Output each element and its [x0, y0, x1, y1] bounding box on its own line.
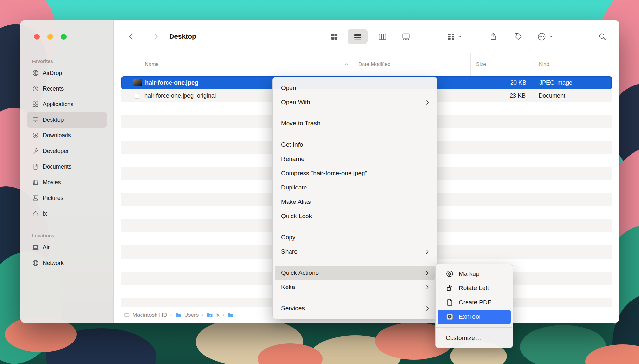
- menu-item-open[interactable]: Open: [275, 81, 435, 95]
- menu-item-duplicate[interactable]: Duplicate: [275, 180, 435, 195]
- menu-separator: [273, 298, 437, 298]
- zoom-button[interactable]: [61, 34, 67, 40]
- menu-item-label: Open: [281, 84, 296, 91]
- submenu-item-label: Create PDF: [459, 299, 491, 306]
- file-kind: JPEG image: [535, 79, 611, 86]
- group-button[interactable]: [443, 29, 466, 44]
- menu-item-quick-look[interactable]: Quick Look: [275, 209, 435, 223]
- sidebar-item-developer[interactable]: Developer: [27, 143, 107, 159]
- sidebar-item-lx[interactable]: lx: [27, 206, 107, 221]
- recents-icon: [32, 85, 39, 92]
- column-header-kind[interactable]: Kind: [534, 53, 619, 76]
- sidebar-item-network[interactable]: Network: [27, 255, 107, 271]
- menu-item-quick-actions[interactable]: Quick Actions: [275, 266, 435, 280]
- sidebar-sections: FavoritesAirDropRecentsApplicationsDeskt…: [20, 54, 113, 271]
- menu-item-label: Share: [281, 248, 298, 255]
- view-grid-button[interactable]: [325, 29, 344, 44]
- chevron-down-icon: [457, 34, 462, 39]
- sidebar-item-label: lx: [43, 210, 47, 217]
- sidebar-item-downloads[interactable]: Downloads: [27, 128, 107, 143]
- sidebar-section-header: Favorites: [32, 59, 113, 64]
- minimize-button[interactable]: [47, 34, 53, 40]
- menu-item-label: Compress “hair-force-one.jpeg”: [281, 170, 367, 177]
- column-header-label: Size: [476, 62, 486, 67]
- breadcrumb-item-macintosh-hd[interactable]: Macintosh HD: [123, 312, 167, 318]
- menu-item-get-info[interactable]: Get Info: [275, 137, 435, 152]
- home-icon: [32, 210, 39, 217]
- more-actions-button[interactable]: [533, 29, 557, 44]
- sort-ascending-icon: [344, 62, 349, 67]
- sidebar-item-air[interactable]: Air: [27, 240, 107, 255]
- submenu-item-customize[interactable]: Customize…: [438, 331, 511, 345]
- sidebar-item-movies[interactable]: Movies: [27, 175, 107, 190]
- breadcrumb-label: lx: [215, 312, 219, 318]
- menu-item-open-with[interactable]: Open With: [275, 95, 435, 109]
- menu-item-label: Get Info: [281, 141, 303, 148]
- sidebar-item-recents[interactable]: Recents: [27, 81, 107, 96]
- menu-item-rename[interactable]: Rename: [275, 152, 435, 166]
- jpeg-thumbnail-icon: [133, 79, 142, 87]
- file-name: hair-force-one.jpeg: [145, 79, 198, 86]
- exiftool-icon: [446, 313, 453, 321]
- submenu-item-rotate-left[interactable]: Rotate Left: [438, 281, 511, 295]
- menu-item-label: Open With: [281, 99, 310, 106]
- sidebar-item-airdrop[interactable]: AirDrop: [27, 65, 107, 81]
- applications-icon: [32, 101, 39, 108]
- submenu-item-markup[interactable]: Markup: [438, 267, 511, 281]
- desktop-icon: [32, 116, 39, 123]
- group-icon: [447, 32, 455, 41]
- sidebar-item-applications[interactable]: Applications: [27, 96, 107, 112]
- column-headers: Name Date Modified Size Kind: [114, 53, 619, 76]
- close-button[interactable]: [34, 34, 40, 40]
- toolbar: Desktop: [114, 20, 619, 53]
- markup-icon: [446, 270, 453, 278]
- view-list-button[interactable]: [348, 29, 368, 44]
- submenu-arrow-icon: [425, 285, 430, 290]
- submenu-item-create-pdf[interactable]: Create PDF: [438, 295, 511, 310]
- search-button[interactable]: [595, 29, 609, 44]
- menu-item-label: Copy: [281, 234, 295, 241]
- column-header-date-modified[interactable]: Date Modified: [354, 53, 470, 76]
- view-columns-button[interactable]: [373, 29, 392, 44]
- menu-separator: [273, 227, 437, 227]
- breadcrumb-item-users[interactable]: Users: [175, 312, 199, 318]
- forward-button[interactable]: [149, 29, 162, 44]
- sidebar-item-label: Applications: [43, 101, 73, 108]
- column-header-label: Date Modified: [358, 62, 391, 67]
- menu-item-services[interactable]: Services: [275, 301, 435, 315]
- sidebar-item-pictures[interactable]: Pictures: [27, 190, 107, 206]
- column-header-name[interactable]: Name: [114, 53, 354, 76]
- menu-item-keka[interactable]: Keka: [275, 280, 435, 294]
- menu-item-compress-hair-force-one-jpeg[interactable]: Compress “hair-force-one.jpeg”: [275, 166, 435, 180]
- menu-item-move-to-trash[interactable]: Move to Trash: [275, 116, 435, 131]
- back-button[interactable]: [125, 29, 138, 44]
- submenu-item-label: Markup: [459, 270, 479, 277]
- breadcrumb-separator-icon: ›: [222, 312, 224, 318]
- menu-item-share[interactable]: Share: [275, 245, 435, 259]
- airdrop-icon: [32, 69, 39, 77]
- breadcrumb-item-item[interactable]: [227, 312, 234, 318]
- laptop-icon: [32, 244, 39, 251]
- menu-item-copy[interactable]: Copy: [275, 230, 435, 245]
- sidebar-section-header: Locations: [32, 233, 113, 238]
- submenu-item-exiftool[interactable]: ExifTool: [438, 310, 511, 324]
- file-size: 23 KB: [470, 92, 534, 99]
- pictures-icon: [32, 194, 39, 202]
- sidebar-item-label: Movies: [43, 179, 61, 186]
- developer-icon: [32, 147, 39, 155]
- file-size: 20 KB: [471, 79, 535, 86]
- share-button[interactable]: [486, 29, 499, 44]
- menu-item-make-alias[interactable]: Make Alias: [275, 195, 435, 209]
- column-header-size[interactable]: Size: [470, 53, 534, 76]
- tags-button[interactable]: [512, 29, 525, 44]
- movies-icon: [32, 179, 39, 186]
- submenu-arrow-icon: [425, 100, 430, 105]
- sidebar-item-desktop[interactable]: Desktop: [27, 112, 107, 128]
- breadcrumb-separator-icon: ›: [170, 312, 172, 318]
- view-gallery-button[interactable]: [396, 29, 415, 44]
- documents-icon: [32, 163, 39, 170]
- downloads-icon: [32, 132, 39, 139]
- sidebar-item-documents[interactable]: Documents: [27, 159, 107, 175]
- menu-item-label: Rename: [281, 155, 305, 162]
- breadcrumb-item-lx[interactable]: lx: [206, 312, 219, 318]
